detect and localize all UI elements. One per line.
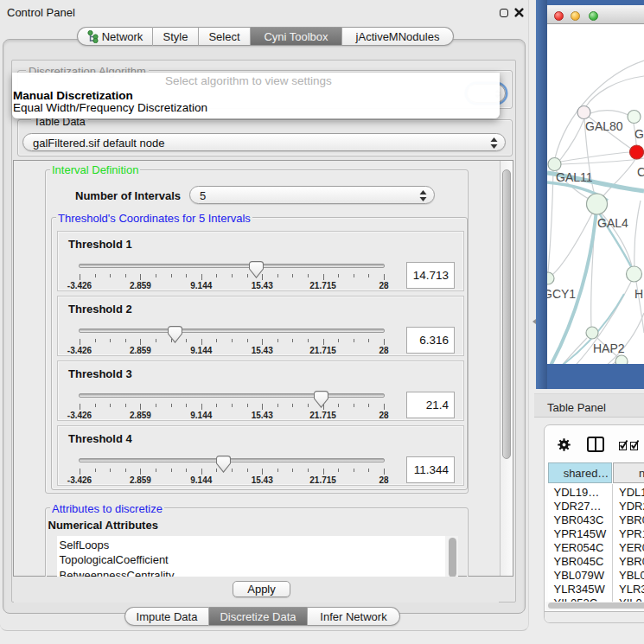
svg-text:GA: GA: [634, 127, 644, 141]
svg-text:GAL11: GAL11: [556, 170, 593, 184]
svg-text:GAL80: GAL80: [585, 119, 623, 133]
svg-text:GAL4: GAL4: [597, 216, 628, 230]
svg-text:GCY1: GCY1: [547, 287, 576, 301]
svg-text:HAP2: HAP2: [593, 341, 625, 355]
svg-text:H: H: [634, 287, 643, 301]
svg-text:C: C: [637, 165, 644, 179]
